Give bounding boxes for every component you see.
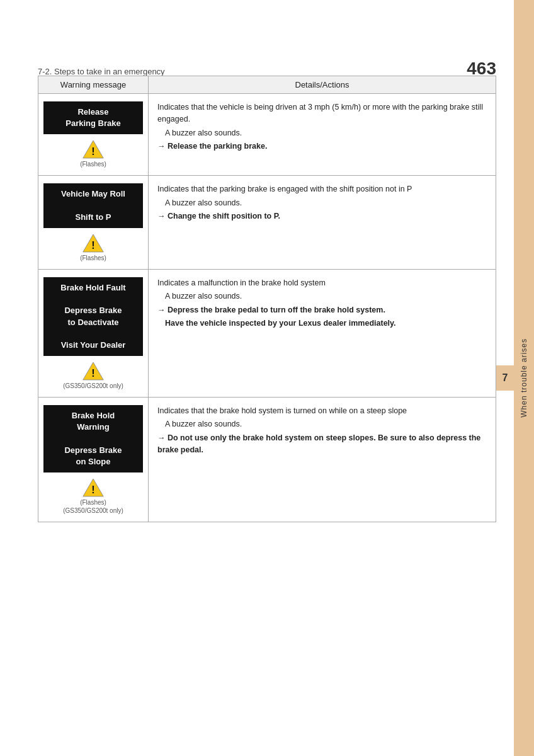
table-row-warning-1: Vehicle May RollShift to P!(Flashes) (38, 176, 149, 270)
warning-table: Warning message Details/Actions ReleaseP… (38, 76, 496, 522)
detail-line-0-1: A buzzer also sounds. (165, 127, 487, 139)
detail-line-0-2: → Release the parking brake. (157, 140, 487, 152)
warning-triangle-icon-2: ! (82, 361, 105, 381)
detail-line-2-3: Have the vehicle inspected by your Lexus… (165, 318, 487, 329)
detail-line-1-0: Indicates that the parking brake is enga… (157, 183, 487, 195)
warning-message-box-0: ReleaseParking Brake (43, 101, 143, 134)
icon-label-0: (Flashes) (80, 161, 106, 168)
svg-text:!: ! (91, 239, 94, 251)
warning-icon-wrap-0: !(Flashes) (43, 139, 143, 168)
sidebar-tab: When trouble arises (514, 0, 534, 756)
arrow-symbol-3-2: → (157, 433, 166, 442)
sidebar-label: When trouble arises (520, 338, 528, 418)
page-wrapper: When trouble arises 7 7-2. Steps to take… (0, 0, 534, 756)
warning-icon-wrap-1: !(Flashes) (43, 233, 143, 261)
detail-line-2-0: Indicates a malfunction in the brake hol… (157, 277, 487, 289)
warning-triangle-icon-3: ! (82, 478, 105, 498)
warning-message-box-3: Brake HoldWarningDepress Brakeon Slope (43, 405, 143, 472)
detail-line-3-2: → Do not use only the brake hold system … (157, 432, 487, 457)
arrow-symbol-2-2: → (157, 306, 166, 314)
chapter-number-tab: 7 (496, 365, 514, 391)
warning-icon-wrap-2: !(GS350/GS200t only) (43, 361, 143, 389)
svg-text:!: ! (91, 484, 94, 495)
warning-message-box-1: Vehicle May RollShift to P (43, 183, 143, 228)
table-row-warning-2: Brake Hold FaultDepress Braketo Deactiva… (38, 269, 149, 397)
icon-label-1: (Flashes) (80, 255, 106, 261)
arrow-text-1-2: Change the shift position to P. (166, 212, 280, 220)
arrow-symbol-1-2: → (157, 212, 166, 220)
col-warning-header: Warning message (38, 76, 149, 94)
warning-message-box-2: Brake Hold FaultDepress Braketo Deactiva… (43, 277, 143, 356)
svg-text:!: ! (91, 368, 94, 379)
col-details-header: Details/Actions (149, 76, 496, 94)
icon-label-2: (GS350/GS200t only) (63, 382, 123, 389)
detail-line-0-0: Indicates that the vehicle is being driv… (157, 101, 487, 126)
page-number: 463 (467, 60, 496, 77)
detail-line-2-1: A buzzer also sounds. (165, 290, 487, 302)
detail-line-1-1: A buzzer also sounds. (165, 197, 487, 209)
table-row-details-1: Indicates that the parking brake is enga… (149, 176, 496, 270)
arrow-symbol-0-2: → (157, 142, 166, 151)
table-row-details-3: Indicates that the brake hold system is … (149, 398, 496, 522)
arrow-text-3-2: Do not use only the brake hold system on… (157, 433, 480, 454)
content-area: Warning message Details/Actions ReleaseP… (38, 76, 496, 718)
chapter-number: 7 (503, 372, 508, 384)
detail-line-1-2: → Change the shift position to P. (157, 210, 487, 222)
table-row-details-0: Indicates that the vehicle is being driv… (149, 94, 496, 176)
table-row-warning-3: Brake HoldWarningDepress Brakeon Slope!(… (38, 398, 149, 522)
icon-sublabel-3: (GS350/GS200t only) (63, 507, 123, 514)
header-title: 7-2. Steps to take in an emergency (38, 67, 165, 76)
table-row-details-2: Indicates a malfunction in the brake hol… (149, 269, 496, 397)
warning-triangle-icon-0: ! (82, 139, 105, 159)
detail-line-3-0: Indicates that the brake hold system is … (157, 405, 487, 417)
svg-text:!: ! (91, 146, 94, 158)
table-row-warning-0: ReleaseParking Brake!(Flashes) (38, 94, 149, 176)
icon-label-3: (Flashes) (80, 499, 106, 506)
warning-triangle-icon-1: ! (82, 233, 105, 253)
arrow-text-0-2: Release the parking brake. (166, 142, 268, 151)
detail-line-2-2: → Depress the brake pedal to turn off th… (157, 304, 487, 316)
warning-icon-wrap-3: !(Flashes)(GS350/GS200t only) (43, 478, 143, 514)
arrow-text-2-2: Depress the brake pedal to turn off the … (166, 306, 385, 314)
detail-line-3-1: A buzzer also sounds. (165, 418, 487, 430)
